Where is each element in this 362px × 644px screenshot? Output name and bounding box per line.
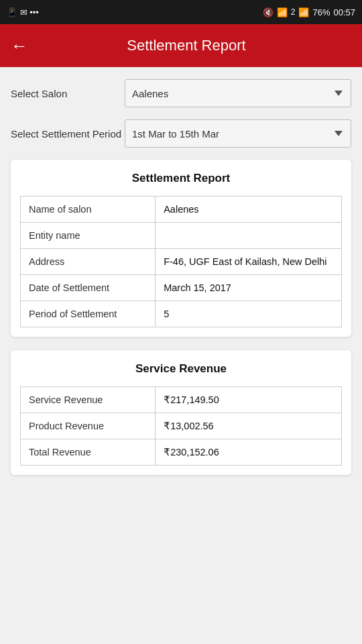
row-label: Product Revenue (21, 413, 156, 439)
status-bar-right: 🔇 📶 2 📶 76% 00:57 (263, 7, 355, 17)
app-bar: ← Settlement Report (0, 24, 362, 67)
row-label: Total Revenue (21, 439, 156, 466)
period-select[interactable]: 1st Mar to 15th Mar (125, 119, 351, 148)
salon-label: Select Salon (11, 88, 125, 99)
table-row: Entity name (21, 223, 342, 249)
row-value: Aalenes (156, 197, 342, 223)
salon-row: Select Salon Aalenes (11, 79, 351, 107)
table-row: Service Revenue ₹217,149.50 (21, 387, 342, 413)
status-bar: 📱 ✉ ••• 🔇 📶 2 📶 76% 00:57 (0, 0, 362, 24)
table-row: Address F-46, UGF East of Kailash, New D… (21, 249, 342, 275)
table-row: Name of salon Aalenes (21, 197, 342, 223)
content-area: Select Salon Aalenes Select Settlement P… (0, 67, 362, 502)
mute-icon: 🔇 (263, 7, 274, 17)
time: 00:57 (333, 7, 355, 17)
row-value: ₹217,149.50 (156, 387, 342, 413)
signal-bars: 📶 (298, 7, 309, 17)
table-row: Date of Settlement March 15, 2017 (21, 275, 342, 301)
back-button[interactable]: ← (11, 37, 28, 54)
settlement-report-title: Settlement Report (20, 172, 342, 185)
row-value (156, 223, 342, 249)
table-row: Period of Settlement 5 (21, 301, 342, 327)
period-label: Select Settlement Period (11, 128, 125, 140)
row-label: Date of Settlement (21, 275, 156, 301)
row-value: ₹230,152.06 (156, 439, 342, 466)
table-row: Product Revenue ₹13,002.56 (21, 413, 342, 439)
period-row: Select Settlement Period 1st Mar to 15th… (11, 119, 351, 148)
service-revenue-card: Service Revenue Service Revenue ₹217,149… (11, 350, 351, 475)
revenue-table: Service Revenue ₹217,149.50 Product Reve… (20, 386, 342, 466)
row-label: Service Revenue (21, 387, 156, 413)
settlement-table: Name of salon Aalenes Entity name Addres… (20, 196, 342, 327)
row-label: Address (21, 249, 156, 275)
row-label: Entity name (21, 223, 156, 249)
status-bar-left: 📱 ✉ ••• (7, 7, 39, 17)
app-icons: 📱 ✉ ••• (7, 7, 39, 17)
table-row: Total Revenue ₹230,152.06 (21, 439, 342, 466)
signal-icon: 2 (291, 7, 296, 17)
service-revenue-title: Service Revenue (20, 362, 342, 376)
salon-select[interactable]: Aalenes (125, 79, 351, 107)
row-value: F-46, UGF East of Kailash, New Delhi (156, 249, 342, 275)
wifi-icon: 📶 (277, 7, 288, 17)
row-label: Name of salon (21, 197, 156, 223)
page-title: Settlement Report (39, 37, 351, 54)
row-value: ₹13,002.56 (156, 413, 342, 439)
row-value: March 15, 2017 (156, 275, 342, 301)
battery: 76% (312, 7, 330, 17)
settlement-report-card: Settlement Report Name of salon Aalenes … (11, 160, 351, 337)
row-label: Period of Settlement (21, 301, 156, 327)
row-value: 5 (156, 301, 342, 327)
